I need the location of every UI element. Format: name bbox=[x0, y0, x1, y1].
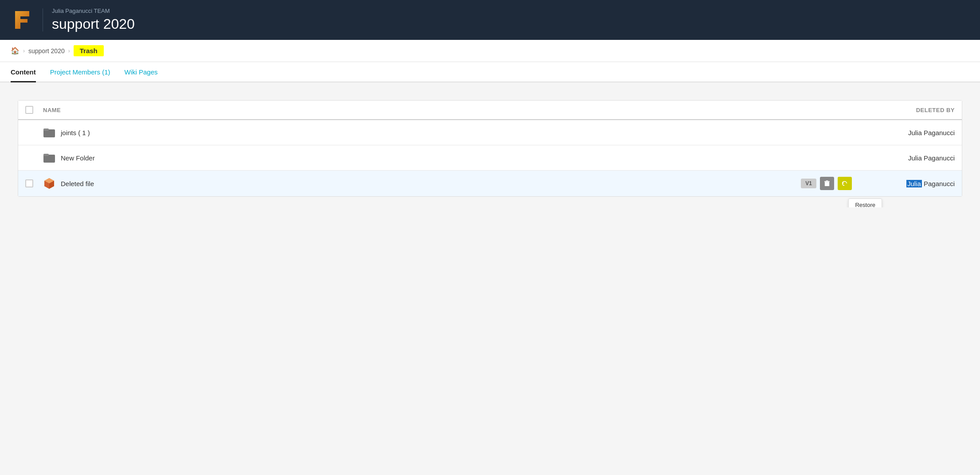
breadcrumb-sep-1: › bbox=[23, 48, 25, 54]
breadcrumb-project-link[interactable]: support 2020 bbox=[28, 47, 65, 55]
project-title: support 2020 bbox=[52, 16, 135, 32]
table-row: joints ( 1 ) Julia Paganucci bbox=[18, 120, 962, 145]
restore-button[interactable] bbox=[838, 177, 852, 190]
trash-table: Name Deleted By joints ( 1 ) Julia Pagan… bbox=[18, 100, 962, 197]
row-deleted-by-3: Julia Paganucci bbox=[857, 180, 955, 187]
header-name-col: Name bbox=[43, 107, 857, 113]
delete-button[interactable] bbox=[820, 177, 834, 190]
table-header: Name Deleted By bbox=[18, 101, 962, 120]
header-divider bbox=[43, 8, 43, 31]
row-checkbox-col-3 bbox=[25, 179, 43, 187]
main-content: Name Deleted By joints ( 1 ) Julia Pagan… bbox=[0, 82, 980, 207]
tab-wiki-pages[interactable]: Wiki Pages bbox=[125, 62, 158, 82]
row-deleted-by-2: Julia Paganucci bbox=[857, 154, 955, 162]
restore-tooltip: Restore bbox=[848, 199, 882, 207]
svg-rect-10 bbox=[824, 181, 830, 182]
select-all-checkbox[interactable] bbox=[25, 106, 33, 114]
svg-rect-4 bbox=[43, 154, 49, 156]
svg-rect-2 bbox=[43, 128, 49, 131]
row-deleted-by-1: Julia Paganucci bbox=[857, 129, 955, 136]
svg-rect-9 bbox=[825, 182, 829, 186]
row-name-1: joints ( 1 ) bbox=[43, 126, 857, 139]
row-item-name: joints ( 1 ) bbox=[61, 129, 90, 136]
row-item-name: Deleted file bbox=[61, 180, 94, 187]
restore-icon bbox=[842, 180, 847, 187]
folder-icon bbox=[43, 126, 55, 139]
tabs-nav: Content Project Members (1) Wiki Pages bbox=[0, 62, 980, 82]
breadcrumb-sep-2: › bbox=[68, 48, 70, 54]
svg-marker-12 bbox=[843, 182, 844, 184]
app-header: Julia Paganucci TEAM support 2020 bbox=[0, 0, 980, 40]
breadcrumb: 🏠 › support 2020 › Trash bbox=[0, 40, 980, 62]
tab-content[interactable]: Content bbox=[11, 62, 36, 82]
svg-marker-0 bbox=[15, 11, 29, 29]
team-label: Julia Paganucci TEAM bbox=[52, 8, 135, 14]
row-name-3: Deleted file bbox=[43, 177, 801, 190]
header-title-block: Julia Paganucci TEAM support 2020 bbox=[52, 8, 135, 32]
file-3d-icon bbox=[43, 177, 55, 190]
trash-icon bbox=[824, 180, 830, 187]
breadcrumb-current: Trash bbox=[74, 45, 104, 56]
header-checkbox-col bbox=[25, 106, 43, 114]
row-3-actions: V1 bbox=[801, 177, 852, 190]
app-logo bbox=[11, 8, 34, 31]
table-row: New Folder Julia Paganucci bbox=[18, 145, 962, 171]
header-deleted-by-col: Deleted By bbox=[857, 107, 955, 113]
home-icon[interactable]: 🏠 bbox=[11, 47, 20, 55]
row-item-name: New Folder bbox=[61, 154, 95, 162]
row-3-checkbox[interactable] bbox=[25, 179, 33, 187]
tab-project-members[interactable]: Project Members (1) bbox=[50, 62, 110, 82]
svg-rect-11 bbox=[826, 180, 828, 181]
name-highlight: Julia bbox=[906, 180, 922, 187]
logo-icon bbox=[12, 9, 33, 31]
row-name-2: New Folder bbox=[43, 152, 857, 164]
restore-tooltip-label: Restore bbox=[855, 202, 875, 207]
version-button[interactable]: V1 bbox=[801, 179, 816, 188]
folder-icon bbox=[43, 152, 55, 164]
table-row: Deleted file V1 bbox=[18, 171, 962, 196]
